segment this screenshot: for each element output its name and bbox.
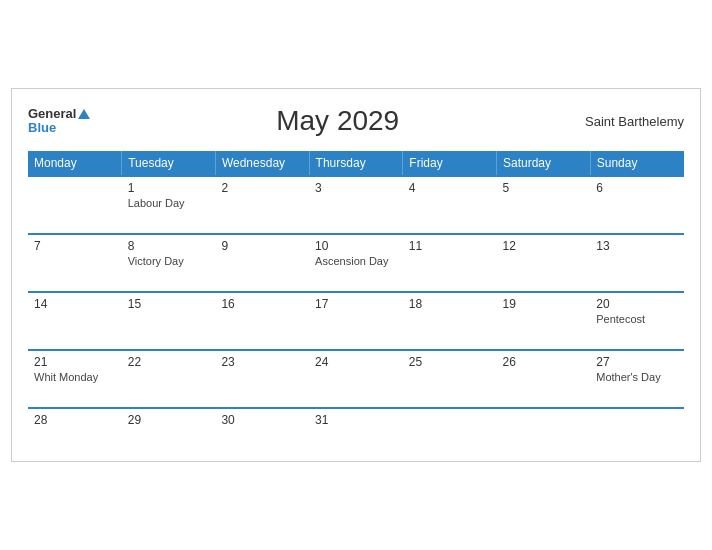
logo-general-text: General <box>28 107 90 121</box>
day-cell: 15 <box>122 292 216 350</box>
day-number: 20 <box>596 297 678 311</box>
day-cell: 24 <box>309 350 403 408</box>
calendar-body: 1Labour Day2345678Victory Day910Ascensio… <box>28 176 684 453</box>
logo-triangle-icon <box>78 109 90 119</box>
day-number: 13 <box>596 239 678 253</box>
calendar-title: May 2029 <box>276 105 399 137</box>
day-number: 23 <box>221 355 303 369</box>
day-cell: 3 <box>309 176 403 234</box>
day-number: 29 <box>128 413 210 427</box>
day-cell: 16 <box>215 292 309 350</box>
day-cell: 10Ascension Day <box>309 234 403 292</box>
day-cell: 8Victory Day <box>122 234 216 292</box>
day-cell: 11 <box>403 234 497 292</box>
day-cell: 2 <box>215 176 309 234</box>
day-cell: 17 <box>309 292 403 350</box>
day-number: 15 <box>128 297 210 311</box>
day-number: 26 <box>503 355 585 369</box>
calendar-region: Saint Barthelemy <box>585 114 684 129</box>
day-number: 22 <box>128 355 210 369</box>
holiday-label: Ascension Day <box>315 255 397 267</box>
day-cell: 27Mother's Day <box>590 350 684 408</box>
holiday-label: Labour Day <box>128 197 210 209</box>
day-cell: 13 <box>590 234 684 292</box>
day-number: 9 <box>221 239 303 253</box>
day-number: 27 <box>596 355 678 369</box>
logo-blue-text: Blue <box>28 121 90 135</box>
week-row-5: 28293031 <box>28 408 684 453</box>
day-number: 25 <box>409 355 491 369</box>
col-tuesday: Tuesday <box>122 151 216 176</box>
calendar-header-row: Monday Tuesday Wednesday Thursday Friday… <box>28 151 684 176</box>
calendar-table: Monday Tuesday Wednesday Thursday Friday… <box>28 151 684 453</box>
day-number: 31 <box>315 413 397 427</box>
day-number: 7 <box>34 239 116 253</box>
day-cell: 25 <box>403 350 497 408</box>
day-cell: 7 <box>28 234 122 292</box>
day-cell: 21Whit Monday <box>28 350 122 408</box>
day-number: 19 <box>503 297 585 311</box>
day-cell: 18 <box>403 292 497 350</box>
day-number: 5 <box>503 181 585 195</box>
col-thursday: Thursday <box>309 151 403 176</box>
logo: General Blue <box>28 107 90 136</box>
day-cell <box>403 408 497 453</box>
day-number: 2 <box>221 181 303 195</box>
day-number: 11 <box>409 239 491 253</box>
col-monday: Monday <box>28 151 122 176</box>
day-cell: 30 <box>215 408 309 453</box>
day-cell: 31 <box>309 408 403 453</box>
day-cell: 28 <box>28 408 122 453</box>
week-row-2: 78Victory Day910Ascension Day111213 <box>28 234 684 292</box>
day-number: 3 <box>315 181 397 195</box>
days-of-week-row: Monday Tuesday Wednesday Thursday Friday… <box>28 151 684 176</box>
day-cell <box>497 408 591 453</box>
day-number: 18 <box>409 297 491 311</box>
day-cell: 1Labour Day <box>122 176 216 234</box>
day-number: 16 <box>221 297 303 311</box>
col-friday: Friday <box>403 151 497 176</box>
col-sunday: Sunday <box>590 151 684 176</box>
day-cell: 14 <box>28 292 122 350</box>
day-number: 30 <box>221 413 303 427</box>
day-cell: 26 <box>497 350 591 408</box>
week-row-3: 14151617181920Pentecost <box>28 292 684 350</box>
holiday-label: Victory Day <box>128 255 210 267</box>
day-cell: 5 <box>497 176 591 234</box>
holiday-label: Pentecost <box>596 313 678 325</box>
day-cell: 22 <box>122 350 216 408</box>
day-number: 6 <box>596 181 678 195</box>
day-cell <box>28 176 122 234</box>
calendar-header: General Blue May 2029 Saint Barthelemy <box>28 105 684 137</box>
day-number: 14 <box>34 297 116 311</box>
day-cell: 20Pentecost <box>590 292 684 350</box>
holiday-label: Mother's Day <box>596 371 678 383</box>
week-row-4: 21Whit Monday222324252627Mother's Day <box>28 350 684 408</box>
day-cell: 19 <box>497 292 591 350</box>
day-number: 4 <box>409 181 491 195</box>
col-wednesday: Wednesday <box>215 151 309 176</box>
day-number: 10 <box>315 239 397 253</box>
col-saturday: Saturday <box>497 151 591 176</box>
day-cell: 6 <box>590 176 684 234</box>
day-number: 21 <box>34 355 116 369</box>
day-number: 8 <box>128 239 210 253</box>
holiday-label: Whit Monday <box>34 371 116 383</box>
week-row-1: 1Labour Day23456 <box>28 176 684 234</box>
day-number: 24 <box>315 355 397 369</box>
day-cell: 4 <box>403 176 497 234</box>
day-number: 12 <box>503 239 585 253</box>
day-cell: 23 <box>215 350 309 408</box>
day-cell <box>590 408 684 453</box>
day-cell: 29 <box>122 408 216 453</box>
calendar-container: General Blue May 2029 Saint Barthelemy M… <box>11 88 701 462</box>
day-number: 17 <box>315 297 397 311</box>
day-number: 1 <box>128 181 210 195</box>
day-number: 28 <box>34 413 116 427</box>
day-cell: 12 <box>497 234 591 292</box>
day-cell: 9 <box>215 234 309 292</box>
